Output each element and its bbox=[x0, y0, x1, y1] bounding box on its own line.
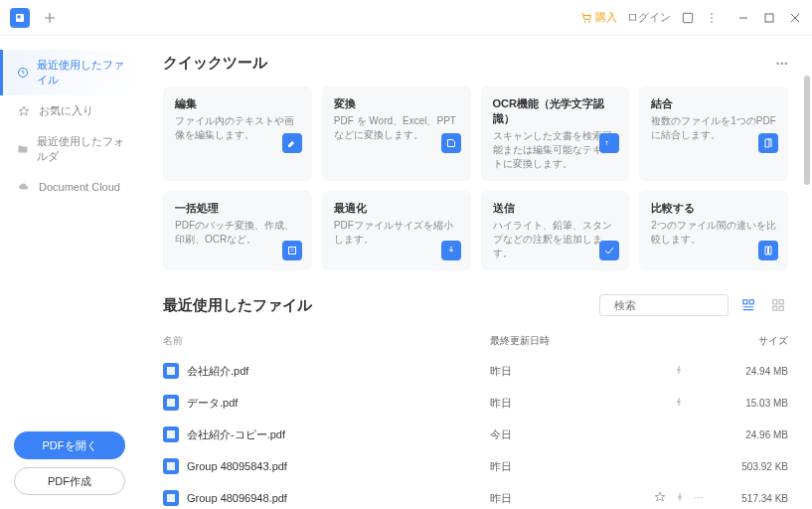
file-name: Group 48095843.pdf bbox=[187, 460, 287, 472]
scrollbar[interactable] bbox=[804, 76, 810, 499]
sidebar-bottom: PDFを開く PDF作成 bbox=[0, 431, 139, 495]
svg-rect-23 bbox=[167, 494, 175, 502]
close-button[interactable] bbox=[788, 11, 802, 25]
file-row[interactable]: Group 48095843.pdf昨日503.92 KB bbox=[163, 450, 788, 482]
titlebar-right: 購入 ログイン bbox=[580, 10, 802, 25]
file-row[interactable]: 会社紹介-コピー.pdf今日24.96 MB bbox=[163, 419, 788, 450]
notification-icon[interactable] bbox=[681, 11, 695, 25]
search-box[interactable] bbox=[599, 294, 729, 316]
file-name: データ.pdf bbox=[187, 396, 238, 411]
col-name-header[interactable]: 名前 bbox=[163, 334, 490, 348]
pin-icon[interactable] bbox=[673, 396, 685, 410]
sidebar-item-recent-files[interactable]: 最近使用したファイル bbox=[0, 50, 139, 95]
sidebar-item-favorites[interactable]: お気に入り bbox=[0, 95, 139, 126]
quick-tools-header: クイックツール ··· bbox=[163, 54, 788, 73]
sidebar: 最近使用したファイル お気に入り 最近使用したフォルダ Document Clo… bbox=[0, 36, 139, 509]
tool-title: 比較する bbox=[651, 201, 776, 216]
svg-point-6 bbox=[711, 17, 713, 19]
tool-card[interactable]: 比較する2つのファイル間の違いを比較します。 bbox=[639, 191, 788, 270]
svg-point-3 bbox=[589, 21, 590, 22]
window-controls bbox=[736, 11, 802, 25]
star-icon[interactable] bbox=[654, 491, 666, 505]
svg-rect-1 bbox=[18, 15, 21, 18]
minimize-button[interactable] bbox=[736, 11, 750, 25]
svg-point-2 bbox=[584, 21, 585, 22]
quick-tools-more[interactable]: ··· bbox=[775, 55, 788, 72]
tool-icon bbox=[282, 241, 302, 260]
file-size: 517.34 KB bbox=[719, 493, 788, 504]
svg-rect-17 bbox=[773, 306, 777, 310]
file-row[interactable]: Group 48096948.pdf昨日···517.34 KB bbox=[163, 482, 788, 509]
file-list: 会社紹介.pdf昨日24.94 MBデータ.pdf昨日15.03 MB会社紹介-… bbox=[163, 355, 788, 509]
file-row[interactable]: 会社紹介.pdf昨日24.94 MB bbox=[163, 355, 788, 387]
tool-card[interactable]: 結合複数のファイルを1つのPDFに結合します。 bbox=[639, 86, 788, 181]
tool-card[interactable]: OCR機能（光学文字認識）スキャンした文書を検索可能または編集可能なテキストに変… bbox=[481, 86, 630, 181]
sidebar-item-label: 最近使用したフォルダ bbox=[37, 134, 125, 164]
grid-view-button[interactable] bbox=[768, 295, 788, 315]
file-size: 15.03 MB bbox=[719, 398, 788, 409]
menu-icon[interactable] bbox=[705, 11, 719, 25]
svg-rect-21 bbox=[167, 430, 175, 438]
maximize-button[interactable] bbox=[762, 11, 776, 25]
tool-card[interactable]: 変換PDF を Word、Excel、PPT などに変換します。 bbox=[322, 86, 471, 181]
tool-desc: PDF を Word、Excel、PPT などに変換します。 bbox=[334, 114, 459, 142]
file-name: 会社紹介.pdf bbox=[187, 364, 248, 379]
scrollbar-thumb[interactable] bbox=[804, 76, 810, 185]
tool-desc: PDFファイルサイズを縮小します。 bbox=[334, 219, 459, 247]
tool-card[interactable]: 送信ハイライト、鉛筆、スタンプなどの注釈を追加します。 bbox=[481, 191, 630, 270]
login-link[interactable]: ログイン bbox=[627, 10, 671, 25]
svg-rect-4 bbox=[683, 13, 692, 22]
tool-icon bbox=[282, 133, 302, 153]
file-row[interactable]: データ.pdf昨日15.03 MB bbox=[163, 387, 788, 419]
buy-label: 購入 bbox=[595, 10, 617, 25]
sidebar-item-recent-folders[interactable]: 最近使用したフォルダ bbox=[0, 126, 139, 172]
tool-desc: 2つのファイル間の違いを比較します。 bbox=[651, 219, 776, 247]
tool-icon bbox=[758, 241, 778, 260]
file-name: 会社紹介-コピー.pdf bbox=[187, 427, 285, 442]
recent-files-title: 最近使用したファイル bbox=[163, 296, 312, 315]
sidebar-item-document-cloud[interactable]: Document Cloud bbox=[0, 172, 139, 202]
pin-icon[interactable] bbox=[673, 364, 685, 378]
tool-card[interactable]: 一括処理PDFのバッチ変換、作成、印刷、OCRなど。 bbox=[163, 191, 312, 270]
svg-rect-16 bbox=[779, 300, 783, 304]
list-view-button[interactable] bbox=[738, 295, 758, 315]
col-date-header[interactable]: 最終更新日時 bbox=[490, 334, 639, 348]
quick-tools-grid: 編集ファイル内のテキストや画像を編集します。変換PDF を Word、Excel… bbox=[163, 86, 788, 270]
sidebar-items: 最近使用したファイル お気に入り 最近使用したフォルダ Document Clo… bbox=[0, 50, 139, 431]
tool-title: 結合 bbox=[651, 96, 776, 111]
tool-title: 一括処理 bbox=[175, 201, 300, 216]
quick-tools-title: クイックツール bbox=[163, 54, 267, 73]
buy-link[interactable]: 購入 bbox=[580, 10, 617, 25]
file-actions: ··· bbox=[639, 491, 719, 505]
svg-rect-14 bbox=[749, 300, 753, 304]
recent-files-header: 最近使用したファイル bbox=[163, 294, 788, 316]
pin-icon[interactable] bbox=[674, 491, 686, 505]
recent-icon bbox=[17, 66, 29, 80]
svg-rect-15 bbox=[773, 300, 777, 304]
body: 最近使用したファイル お気に入り 最近使用したフォルダ Document Clo… bbox=[0, 36, 812, 509]
tool-desc: PDFのバッチ変換、作成、印刷、OCRなど。 bbox=[175, 219, 300, 247]
recent-files-tools bbox=[599, 294, 788, 316]
tool-title: OCR機能（光学文字認識） bbox=[493, 96, 618, 126]
svg-rect-8 bbox=[765, 14, 773, 22]
file-actions bbox=[639, 396, 719, 410]
tool-card[interactable]: 編集ファイル内のテキストや画像を編集します。 bbox=[163, 86, 312, 181]
tool-card[interactable]: 最適化PDFファイルサイズを縮小します。 bbox=[322, 191, 471, 270]
sidebar-item-label: Document Cloud bbox=[39, 181, 120, 193]
pdf-file-icon bbox=[163, 458, 179, 474]
tool-icon bbox=[441, 241, 461, 260]
tool-icon: T bbox=[599, 133, 619, 153]
star-icon bbox=[17, 104, 31, 118]
file-date: 今日 bbox=[490, 427, 639, 442]
file-list-header: 名前 最終更新日時 サイズ bbox=[163, 328, 788, 355]
open-pdf-button[interactable]: PDFを開く bbox=[14, 431, 125, 459]
file-date: 昨日 bbox=[490, 491, 639, 506]
create-pdf-button[interactable]: PDF作成 bbox=[14, 467, 125, 495]
pdf-file-icon bbox=[163, 426, 179, 442]
search-input[interactable] bbox=[614, 299, 751, 311]
file-name: Group 48096948.pdf bbox=[187, 492, 287, 504]
col-size-header[interactable]: サイズ bbox=[719, 334, 788, 348]
pdf-file-icon bbox=[163, 395, 179, 411]
more-icon[interactable]: ··· bbox=[694, 491, 703, 505]
new-tab-button[interactable] bbox=[40, 8, 60, 28]
